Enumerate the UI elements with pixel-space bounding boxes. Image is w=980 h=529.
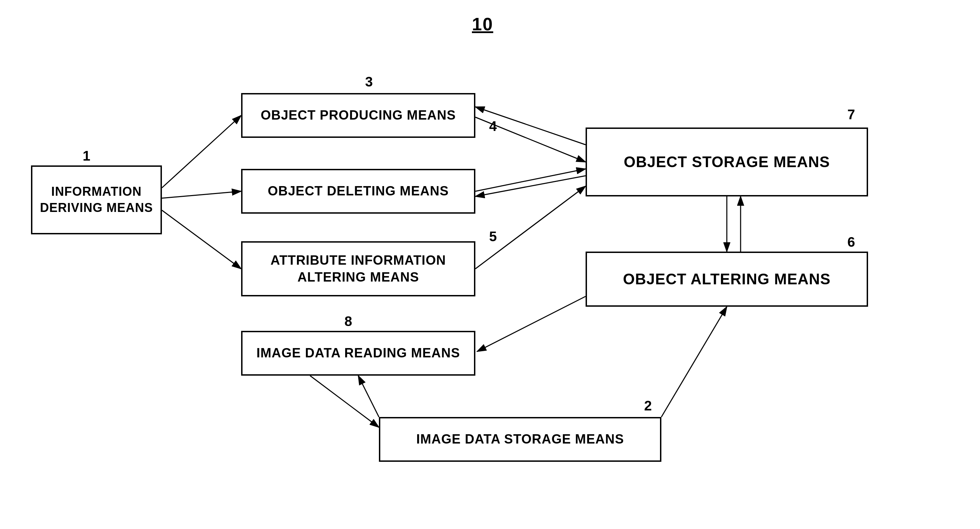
- box-image-storage: IMAGE DATA STORAGE MEANS: [379, 417, 661, 462]
- svg-line-17: [358, 376, 379, 417]
- svg-line-5: [162, 191, 241, 198]
- ref-3: 3: [365, 74, 373, 89]
- svg-line-11: [476, 186, 585, 269]
- box-obj-deleting: OBJECT DELETING MEANS: [241, 169, 476, 214]
- box-obj-altering-label: OBJECT ALTERING MEANS: [623, 269, 831, 289]
- box-image-reading: IMAGE DATA READING MEANS: [241, 331, 476, 376]
- svg-line-16: [477, 296, 585, 352]
- svg-line-6: [162, 210, 241, 269]
- svg-line-19: [310, 376, 379, 427]
- figure-label: 10: [472, 14, 493, 35]
- svg-line-18: [661, 307, 727, 417]
- box-obj-deleting-label: OBJECT DELETING MEANS: [268, 183, 449, 199]
- ref-7: 7: [847, 107, 855, 122]
- ref-2: 2: [644, 398, 652, 414]
- box-attr-altering-label: ATTRIBUTE INFORMATIONALTERING MEANS: [270, 252, 446, 286]
- box-obj-storage-label: OBJECT STORAGE MEANS: [624, 152, 830, 172]
- ref-8: 8: [344, 314, 352, 329]
- ref-1: 1: [83, 148, 90, 164]
- svg-line-9: [476, 169, 585, 191]
- diagram: 10 INFORMATIONDERIVING MEANS 1 OBJECT PR…: [0, 0, 980, 529]
- svg-line-7: [476, 117, 585, 162]
- box-image-reading-label: IMAGE DATA READING MEANS: [256, 345, 460, 362]
- svg-line-13: [476, 176, 585, 196]
- box-attr-altering: ATTRIBUTE INFORMATIONALTERING MEANS: [241, 241, 476, 296]
- box-image-storage-label: IMAGE DATA STORAGE MEANS: [416, 431, 624, 448]
- box-info-deriving: INFORMATIONDERIVING MEANS: [31, 166, 162, 234]
- svg-text:4: 4: [489, 119, 497, 134]
- box-obj-altering: OBJECT ALTERING MEANS: [585, 252, 868, 307]
- svg-line-4: [162, 115, 241, 188]
- svg-line-10: [476, 107, 585, 145]
- svg-text:5: 5: [489, 229, 497, 244]
- box-obj-storage: OBJECT STORAGE MEANS: [585, 127, 868, 196]
- ref-6: 6: [847, 234, 855, 250]
- box-info-deriving-label: INFORMATIONDERIVING MEANS: [40, 184, 153, 216]
- box-obj-producing: OBJECT PRODUCING MEANS: [241, 93, 476, 138]
- box-obj-producing-label: OBJECT PRODUCING MEANS: [261, 107, 456, 124]
